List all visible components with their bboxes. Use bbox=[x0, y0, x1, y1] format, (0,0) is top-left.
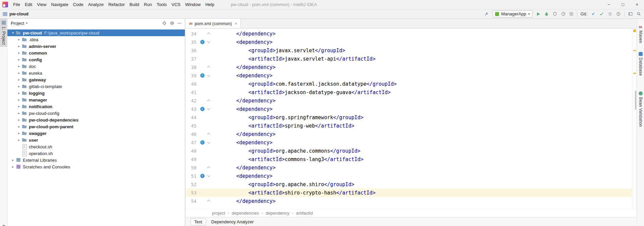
fold-end-icon[interactable] bbox=[207, 200, 210, 202]
fold-end-icon[interactable] bbox=[207, 166, 210, 169]
breadcrumb-artifactid[interactable]: artifactId bbox=[296, 211, 313, 216]
tree-item-doc[interactable]: ▸doc bbox=[7, 63, 185, 70]
breadcrumb-dependency[interactable]: dependency bbox=[266, 211, 289, 216]
code-line-35[interactable]: 35↑ <dependency> bbox=[186, 38, 632, 46]
warning-stripe-mark[interactable] bbox=[633, 73, 636, 74]
code-line-48[interactable]: 48 <groupId>org.apache.commons</groupId> bbox=[186, 147, 632, 155]
code-line-49[interactable]: 49 <artifactId>commons-lang3</artifactId… bbox=[186, 155, 632, 163]
breadcrumb-project[interactable]: project bbox=[212, 211, 225, 216]
close-button[interactable]: × bbox=[630, 0, 644, 9]
fold-end-icon[interactable] bbox=[207, 66, 210, 68]
chevron-collapsed-icon[interactable]: ▸ bbox=[16, 65, 22, 68]
warning-stripe-mark[interactable] bbox=[633, 50, 636, 51]
stop-button[interactable] bbox=[569, 12, 574, 16]
tree-item-user[interactable]: ▸user bbox=[7, 137, 185, 143]
inspections-indicator-icon[interactable] bbox=[633, 29, 636, 32]
editor-lines[interactable]: 34 </dependency>35↑ <dependency>36 <grou… bbox=[186, 28, 632, 209]
tree-item-operation-sh[interactable]: operation.sh bbox=[7, 150, 185, 157]
maven-dependency-gutter-icon[interactable]: ↑ bbox=[200, 174, 205, 178]
chevron-expanded-icon[interactable]: ▾ bbox=[10, 31, 16, 34]
breadcrumb-dependencies[interactable]: dependencies bbox=[232, 211, 259, 216]
commit-button[interactable] bbox=[599, 11, 604, 16]
code-line-52[interactable]: 52 <groupId>org.apache.shiro</groupId> bbox=[186, 180, 632, 189]
code-line-40[interactable]: 40 <groupId>com.fasterxml.jackson.dataty… bbox=[186, 80, 632, 88]
menu-refactor[interactable]: Refactor bbox=[106, 0, 127, 9]
tool-button-structure[interactable]: Structure bbox=[0, 223, 7, 226]
rollback-button[interactable] bbox=[607, 11, 612, 16]
tree-item-admin-server[interactable]: ▸admin-server bbox=[7, 43, 185, 50]
minimize-button[interactable]: − bbox=[602, 0, 616, 9]
menu-tools[interactable]: Tools bbox=[154, 0, 169, 9]
chevron-collapsed-icon[interactable]: ▸ bbox=[10, 165, 16, 168]
code-line-46[interactable]: 46 </dependency> bbox=[186, 130, 632, 138]
history-button[interactable] bbox=[616, 11, 621, 16]
menu-edit[interactable]: Edit bbox=[22, 0, 35, 9]
fold-start-icon[interactable] bbox=[207, 40, 210, 43]
fold-end-icon[interactable] bbox=[207, 32, 210, 35]
tree-item-gitlab-ci-template[interactable]: ▸gitlab-ci-template bbox=[7, 83, 185, 90]
code-line-37[interactable]: 37 <artifactId>javax.servlet-api</artifa… bbox=[186, 55, 632, 63]
code-line-43[interactable]: 43↑ <dependency> bbox=[186, 105, 632, 113]
chevron-collapsed-icon[interactable]: ▸ bbox=[16, 78, 22, 81]
chevron-collapsed-icon[interactable]: ▸ bbox=[16, 118, 22, 122]
settings-wrench-icon[interactable] bbox=[484, 11, 489, 17]
code-line-54[interactable]: 54 </dependency> bbox=[186, 197, 632, 205]
maven-dependency-gutter-icon[interactable]: ↑ bbox=[200, 140, 205, 145]
chevron-collapsed-icon[interactable]: ▸ bbox=[16, 38, 22, 41]
tree-item-logging[interactable]: ▸logging bbox=[7, 90, 185, 96]
tree-item-config[interactable]: ▸config bbox=[7, 56, 185, 63]
chevron-collapsed-icon[interactable]: ▸ bbox=[16, 98, 22, 101]
layout-button[interactable] bbox=[628, 11, 633, 16]
chevron-collapsed-icon[interactable]: ▸ bbox=[16, 51, 22, 55]
chevron-collapsed-icon[interactable]: ▸ bbox=[16, 85, 22, 88]
menu-code[interactable]: Code bbox=[71, 0, 86, 9]
chevron-collapsed-icon[interactable]: ▸ bbox=[10, 158, 16, 162]
navbar-project-crumb[interactable]: pw-cloud bbox=[9, 11, 29, 16]
chevron-collapsed-icon[interactable]: ▸ bbox=[16, 71, 22, 75]
code-line-34[interactable]: 34 </dependency> bbox=[186, 29, 632, 38]
search-everywhere-icon[interactable] bbox=[636, 11, 641, 16]
code-line-36[interactable]: 36 <groupId>javax.servlet</groupId> bbox=[186, 46, 632, 55]
tree-item-checkout-sh[interactable]: checkout.sh bbox=[7, 143, 185, 150]
tree-item-idea[interactable]: ▸.idea bbox=[7, 36, 185, 43]
coverage-button[interactable] bbox=[552, 11, 557, 16]
chevron-collapsed-icon[interactable]: ▸ bbox=[16, 58, 22, 61]
code-line-51[interactable]: 51↑ <dependency> bbox=[186, 172, 632, 180]
chevron-collapsed-icon[interactable]: ▸ bbox=[16, 105, 22, 108]
menu-navigate[interactable]: Navigate bbox=[49, 0, 70, 9]
close-tab-icon[interactable]: × bbox=[234, 21, 237, 26]
fold-start-icon[interactable] bbox=[207, 74, 210, 76]
chevron-collapsed-icon[interactable]: ▸ bbox=[16, 125, 22, 128]
fold-start-icon[interactable] bbox=[207, 107, 210, 110]
menu-analyze[interactable]: Analyze bbox=[86, 0, 106, 9]
tree-item-swagger[interactable]: ▸swagger bbox=[7, 130, 185, 137]
fold-start-icon[interactable] bbox=[207, 174, 210, 177]
menu-window[interactable]: Window bbox=[183, 0, 203, 9]
code-line-38[interactable]: 38 </dependency> bbox=[186, 63, 632, 71]
tab-pom-xml-common[interactable]: m pom.xml (common) × bbox=[186, 19, 241, 28]
tree-item-gateway[interactable]: ▸gateway bbox=[7, 76, 185, 83]
menu-help[interactable]: Help bbox=[203, 0, 217, 9]
menu-vcs[interactable]: VCS bbox=[169, 0, 183, 9]
tree-item-pw-cloud-dependencies[interactable]: ▸pw-cloud-dependencies bbox=[7, 117, 185, 123]
tree-item-manager[interactable]: ▸manager bbox=[7, 96, 185, 103]
fold-end-icon[interactable] bbox=[207, 99, 210, 102]
tree-item-pw-cloud-pom-parent[interactable]: ▸pw-cloud-pom-parent bbox=[7, 123, 185, 130]
debug-button[interactable] bbox=[544, 11, 549, 16]
project-panel-title[interactable]: Project bbox=[11, 21, 24, 26]
tree-item-eureka[interactable]: ▸eureka bbox=[7, 70, 185, 76]
maven-dependency-gutter-icon[interactable]: ↑ bbox=[200, 73, 205, 78]
run-button[interactable] bbox=[536, 12, 541, 16]
code-line-39[interactable]: 39↑ <dependency> bbox=[186, 71, 632, 80]
bottom-tab-text[interactable]: Text bbox=[191, 218, 206, 225]
code-line-41[interactable]: 41 <artifactId>jackson-datatype-guava</a… bbox=[186, 88, 632, 96]
tree-item-notification[interactable]: ▸notification bbox=[7, 103, 185, 110]
maven-dependency-gutter-icon[interactable]: ↑ bbox=[200, 107, 205, 111]
code-line-42[interactable]: 42 </dependency> bbox=[186, 96, 632, 105]
fold-start-icon[interactable] bbox=[207, 141, 210, 143]
maven-dependency-gutter-icon[interactable]: ↑ bbox=[200, 40, 205, 44]
editor-scrollbar-thumb[interactable] bbox=[635, 90, 636, 110]
code-line-45[interactable]: 45 <artifactId>spring-web</artifactId> bbox=[186, 122, 632, 130]
code-line-50[interactable]: 50 </dependency> bbox=[186, 163, 632, 172]
tool-button-bean-validation[interactable]: Bean Validation bbox=[638, 89, 644, 129]
